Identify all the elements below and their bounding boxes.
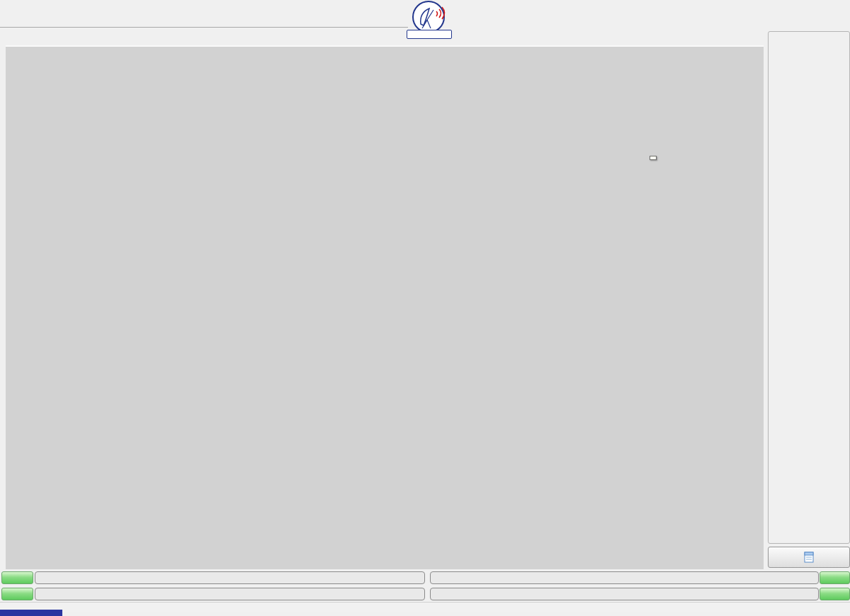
present-button[interactable] <box>1 571 33 584</box>
chart-tooltip <box>650 156 657 160</box>
dxsatcs-logo <box>405 0 452 38</box>
status-bar <box>0 602 850 612</box>
sync-ts-button[interactable] <box>820 588 850 600</box>
world-clocks <box>458 1 849 33</box>
tuner-app-window <box>0 0 850 616</box>
stream-list-button[interactable] <box>768 547 850 568</box>
snr-progress-bar <box>35 571 425 584</box>
ber-progress-bar <box>430 571 819 584</box>
level-progress-bar <box>430 588 819 600</box>
header-divider <box>0 27 408 28</box>
logo-text <box>407 30 452 39</box>
list-icon <box>804 552 814 563</box>
lock-button[interactable] <box>1 588 33 600</box>
input-ts-button[interactable] <box>820 571 850 584</box>
signal-monitor-chart[interactable] <box>6 45 764 569</box>
quality-progress-bar <box>35 588 425 600</box>
transponder-panel <box>768 31 850 544</box>
snr-plot[interactable] <box>6 47 764 569</box>
taskbar-fragment[interactable] <box>0 610 62 616</box>
